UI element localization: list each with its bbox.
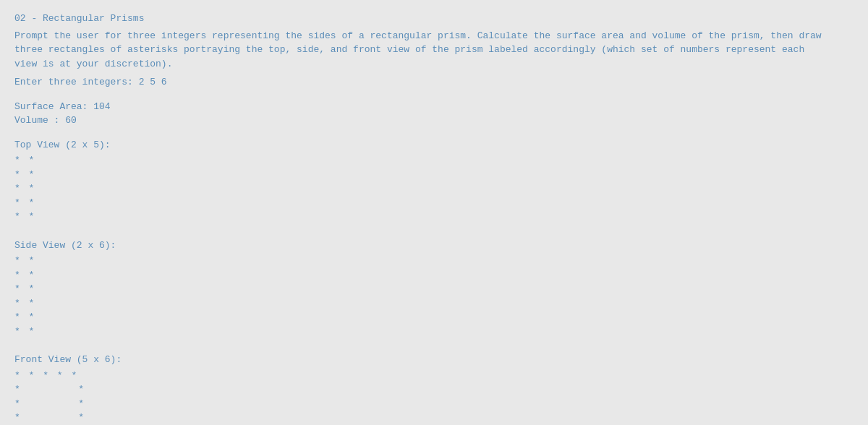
description: Prompt the user for three integers repre…	[14, 29, 854, 72]
top-view-row: * *	[14, 153, 854, 168]
main-content: 02 - Rectangular Prisms Prompt the user …	[14, 12, 854, 425]
top-view-label: Top View (2 x 5):	[14, 138, 854, 153]
side-view-row: * *	[14, 296, 854, 311]
side-view-section: Side View (2 x 6): * ** ** ** ** ** *	[14, 239, 854, 339]
front-view-row: * *	[14, 411, 854, 425]
side-view-row: * *	[14, 325, 854, 339]
top-view-section: Top View (2 x 5): * ** ** ** ** *	[14, 138, 854, 224]
description-line2: three rectangles of asterisks portraying…	[14, 43, 854, 57]
top-view-row: * *	[14, 210, 854, 224]
front-view-section: Front View (5 x 6): * * * * ** ** ** ** …	[14, 353, 854, 425]
description-line1: Prompt the user for three integers repre…	[14, 29, 854, 43]
front-view-row: * *	[14, 397, 854, 411]
side-view-rows: * ** ** ** ** ** *	[14, 254, 854, 338]
top-view-rows: * ** ** ** ** *	[14, 153, 854, 224]
top-view-row: * *	[14, 168, 854, 182]
side-view-row: * *	[14, 282, 854, 296]
side-view-row: * *	[14, 310, 854, 325]
side-view-row: * *	[14, 254, 854, 268]
stats-block: Surface Area: 104 Volume : 60	[14, 100, 854, 128]
description-line3: view is at your discretion).	[14, 57, 854, 72]
side-view-row: * *	[14, 268, 854, 283]
front-view-row: * *	[14, 382, 854, 397]
top-view-row: * *	[14, 181, 854, 196]
title: 02 - Rectangular Prisms	[14, 12, 854, 26]
front-view-row: * * * * *	[14, 369, 854, 383]
surface-area: Surface Area: 104	[14, 100, 854, 114]
front-view-rows: * * * * ** ** ** ** ** * * * *	[14, 369, 854, 426]
volume: Volume : 60	[14, 113, 854, 128]
side-view-label: Side View (2 x 6):	[14, 239, 854, 253]
front-view-label: Front View (5 x 6):	[14, 353, 854, 367]
input-prompt: Enter three integers: 2 5 6	[14, 75, 854, 90]
top-view-row: * *	[14, 196, 854, 210]
